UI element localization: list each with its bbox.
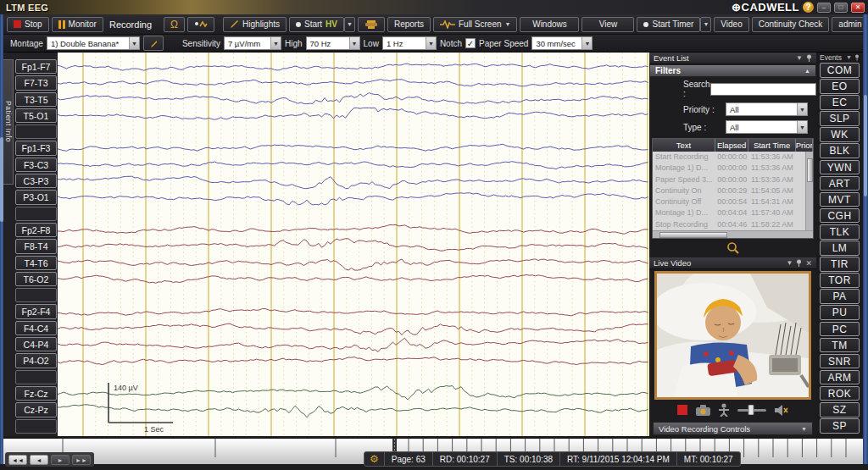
event-button-EC[interactable]: EC bbox=[820, 95, 860, 110]
event-button-CGH[interactable]: CGH bbox=[820, 208, 860, 224]
channel-label-Fp1-F3[interactable]: Fp1-F3 bbox=[15, 141, 57, 155]
camera-icon[interactable] bbox=[696, 405, 710, 416]
channel-label-Fz-Cz[interactable]: Fz-Cz bbox=[15, 386, 57, 401]
vertical-scrollbar[interactable] bbox=[805, 152, 813, 230]
chevron-down-icon[interactable]: ▼ bbox=[787, 259, 793, 267]
person-icon[interactable] bbox=[719, 403, 729, 417]
notch-checkbox[interactable]: ✓ bbox=[465, 38, 476, 48]
paper-speed-select[interactable]: 30 mm/sec▼ bbox=[531, 36, 593, 50]
first-page-button[interactable]: ◄◄ bbox=[8, 455, 27, 465]
close-icon[interactable]: ✕ bbox=[805, 259, 812, 268]
event-button-YWN[interactable]: YWN bbox=[820, 160, 860, 175]
high-filter-select[interactable]: 70 Hz▼ bbox=[306, 36, 360, 50]
chevron-down-icon[interactable]: ▼ bbox=[796, 54, 803, 62]
channel-label-F8-T4[interactable]: F8-T4 bbox=[15, 239, 57, 253]
montage-edit-button[interactable] bbox=[143, 36, 164, 51]
type-select[interactable]: All▼ bbox=[726, 120, 808, 134]
event-column-elapsed[interactable]: Elapsed bbox=[715, 139, 749, 152]
magnifier-icon[interactable] bbox=[726, 241, 740, 255]
channel-label-F7-T3[interactable]: F7-T3 bbox=[15, 75, 57, 90]
view-button[interactable]: View bbox=[581, 17, 634, 32]
scrollbar-thumb[interactable] bbox=[807, 158, 813, 182]
previous-page-button[interactable]: ◄ bbox=[30, 455, 48, 465]
channel-label-T5-O1[interactable]: T5-O1 bbox=[15, 108, 57, 123]
help-button[interactable]: ? bbox=[803, 2, 814, 13]
event-button-COM[interactable]: COM bbox=[820, 63, 860, 78]
event-list-header[interactable]: Event List ▼ bbox=[649, 53, 816, 64]
event-button-TOR[interactable]: TOR bbox=[820, 273, 860, 288]
event-row[interactable]: Start Recording00:00:0011:53:36 AM bbox=[653, 152, 813, 163]
event-row[interactable]: Continuity Off00:00:5411:54:31 AM bbox=[653, 196, 813, 207]
gear-icon[interactable]: ⚙ bbox=[364, 452, 385, 467]
full-screen-button[interactable]: Full Screen▼ bbox=[433, 17, 518, 32]
channel-label-P3-O1[interactable]: P3-O1 bbox=[15, 190, 57, 204]
low-filter-select[interactable]: 1 Hz▼ bbox=[382, 36, 437, 50]
event-button-PC[interactable]: PC bbox=[820, 322, 860, 337]
event-button-SZ[interactable]: SZ bbox=[820, 402, 860, 417]
event-button-MVT[interactable]: MVT bbox=[820, 192, 860, 207]
event-row[interactable]: Paper Speed 3...00:00:0011:53:36 AM bbox=[653, 174, 813, 185]
channel-label-T6-O2[interactable]: T6-O2 bbox=[15, 272, 57, 286]
channel-label-Fp2-F8[interactable]: Fp2-F8 bbox=[15, 223, 57, 237]
events-panel-header[interactable]: Events ▼ bbox=[816, 53, 863, 63]
pin-icon[interactable] bbox=[806, 54, 812, 62]
video-record-stop-button[interactable] bbox=[677, 405, 687, 415]
chevron-up-icon[interactable]: ▲ bbox=[804, 68, 810, 74]
event-button-PU[interactable]: PU bbox=[820, 305, 860, 320]
event-column-start-time[interactable]: Start Time bbox=[748, 139, 795, 152]
continuity-check-button[interactable]: Continuity Check bbox=[752, 17, 830, 32]
stop-button[interactable]: Stop bbox=[7, 17, 49, 32]
event-button-SLP[interactable]: SLP bbox=[820, 111, 860, 126]
channel-label-T4-T6[interactable]: T4-T6 bbox=[15, 256, 57, 270]
event-button-BLK[interactable]: BLK bbox=[820, 143, 860, 158]
minimize-button[interactable]: – bbox=[817, 3, 831, 13]
channel-label-Fp2-F4[interactable]: Fp2-F4 bbox=[15, 304, 57, 318]
event-button-EO[interactable]: EO bbox=[820, 79, 860, 94]
event-button-WK[interactable]: WK bbox=[820, 127, 860, 142]
volume-slider[interactable] bbox=[737, 405, 766, 415]
start-timer-dropdown[interactable]: ▼ bbox=[700, 17, 711, 32]
live-video-header[interactable]: Live Video ▼ ✕ bbox=[649, 257, 816, 269]
filters-section-header[interactable]: Filters ▲ bbox=[649, 64, 816, 77]
scrollbar-thumb[interactable] bbox=[659, 232, 727, 238]
windows-button[interactable]: Windows bbox=[520, 17, 579, 32]
event-button-LM[interactable]: LM bbox=[820, 241, 860, 256]
reports-button[interactable]: Reports bbox=[387, 17, 431, 32]
event-row[interactable]: Continuity On00:00:2911:54:05 AM bbox=[653, 185, 813, 196]
scrollbar-thumb[interactable] bbox=[864, 95, 867, 196]
event-column-priority[interactable]: Priority bbox=[796, 139, 813, 152]
event-button-SP[interactable]: SP bbox=[820, 418, 860, 434]
maximize-button[interactable]: □ bbox=[834, 3, 848, 13]
montage-select[interactable]: 1) Double Banana*▼ bbox=[47, 36, 140, 50]
event-table-header[interactable]: TextElapsedStart TimePriority bbox=[653, 139, 813, 152]
mute-speaker-icon[interactable] bbox=[775, 405, 788, 416]
scrollbar-thumb[interactable] bbox=[0, 137, 3, 222]
monitor-button[interactable]: Monitor bbox=[52, 17, 103, 32]
event-button-ARM[interactable]: ARM bbox=[820, 370, 860, 385]
event-button-ROK[interactable]: ROK bbox=[820, 386, 860, 401]
event-row[interactable]: Montage 1) D...00:00:0011:53:36 AM bbox=[653, 163, 813, 174]
start-hv-button[interactable]: StartHV bbox=[289, 17, 344, 32]
event-column-text[interactable]: Text bbox=[653, 139, 715, 152]
event-button-TIR[interactable]: TIR bbox=[820, 257, 860, 272]
priority-select[interactable]: All▼ bbox=[726, 102, 808, 116]
channel-label-T3-T5[interactable]: T3-T5 bbox=[15, 92, 57, 107]
next-page-button[interactable]: ► bbox=[51, 455, 70, 465]
print-button[interactable] bbox=[358, 17, 385, 32]
eeg-trace-area[interactable]: 140 µV1 Sec bbox=[58, 53, 649, 436]
pin-icon[interactable] bbox=[796, 259, 802, 267]
channel-label-Cz-Pz[interactable]: Cz-Pz bbox=[15, 402, 57, 417]
close-button[interactable]: ✕ bbox=[851, 3, 865, 13]
event-button-TLK[interactable]: TLK bbox=[820, 224, 860, 240]
recording-timeline[interactable]: ◄◄ ◄ ► ►► ⚙ Page: 63 RD: 00:10:27 TS: 00… bbox=[3, 436, 863, 464]
event-button-PA[interactable]: PA bbox=[820, 289, 860, 304]
chevron-down-icon[interactable]: ▼ bbox=[846, 54, 852, 61]
start-timer-button[interactable]: Start Timer bbox=[637, 17, 700, 32]
highlights-button[interactable]: Highlights bbox=[223, 17, 287, 32]
event-button-TM[interactable]: TM bbox=[820, 338, 860, 353]
channel-label-C3-P3[interactable]: C3-P3 bbox=[15, 174, 57, 188]
channel-label-P4-O2[interactable]: P4-O2 bbox=[15, 353, 57, 368]
pin-icon[interactable] bbox=[854, 54, 860, 61]
event-marker-button[interactable] bbox=[187, 17, 214, 32]
event-button-SNR[interactable]: SNR bbox=[820, 354, 860, 369]
